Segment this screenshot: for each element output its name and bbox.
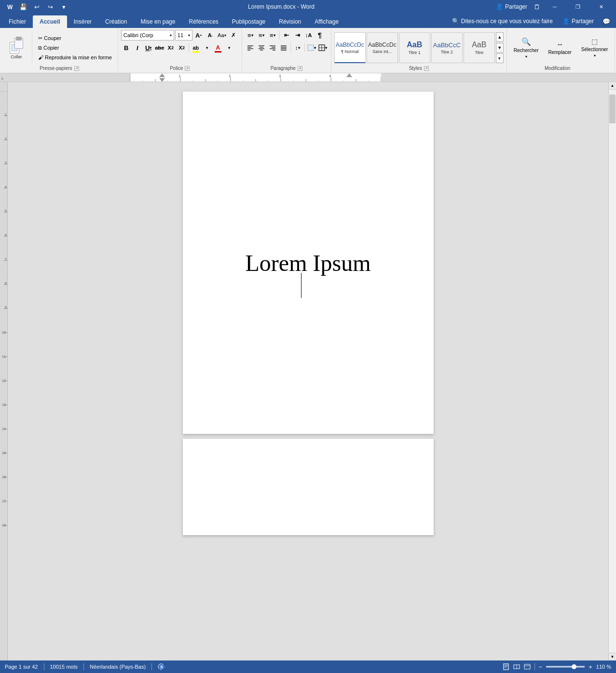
read-mode-btn[interactable] xyxy=(513,663,520,670)
zoom-in-btn[interactable]: + xyxy=(589,663,592,671)
share-button[interactable]: 👤 Partager xyxy=(493,2,530,11)
style-titre[interactable]: AaB Titre xyxy=(464,32,495,63)
word-icon[interactable]: W xyxy=(4,0,15,13)
cut-button[interactable]: ✂ Couper xyxy=(35,34,115,42)
tab-publipostage[interactable]: Publipostage xyxy=(225,15,272,28)
page-2-content[interactable] xyxy=(183,439,434,535)
share-icon: 👤 xyxy=(496,3,503,10)
paragraph-expand[interactable]: ↗ xyxy=(298,66,302,71)
justify-btn[interactable] xyxy=(278,42,289,53)
selectionner-button[interactable]: ⬚ Sélectionner ▾ xyxy=(577,33,612,62)
tab-mise-en-page[interactable]: Mise en page xyxy=(134,15,182,28)
style-sans-interligne[interactable]: AaBbCcDc Sans int... xyxy=(367,32,398,63)
multilevel-list-btn[interactable]: ≡▾ xyxy=(267,30,278,40)
remplacer-button[interactable]: ↔ Remplacer xyxy=(545,33,575,62)
paste-button[interactable]: Coller xyxy=(4,35,29,63)
font-name-selector[interactable]: Calibri (Corp ▾ xyxy=(121,30,174,40)
clipboard-expand[interactable]: ↗ xyxy=(74,66,79,71)
tab-fichier[interactable]: Fichier xyxy=(2,15,33,28)
modification-group: 🔍 Rechercher ▾ ↔ Remplacer ⬚ Sélectionne… xyxy=(508,29,616,73)
minimize-button[interactable]: ─ xyxy=(544,0,566,13)
zoom-level-value: 110 % xyxy=(596,664,611,670)
scrollbar-track[interactable] xyxy=(609,90,616,653)
highlight-arrow-btn[interactable]: ▾ xyxy=(202,42,212,53)
font-expand[interactable]: ↗ xyxy=(185,66,190,71)
decrease-font-btn[interactable]: A- xyxy=(205,30,216,40)
zoom-level[interactable]: 110 % xyxy=(596,664,611,670)
subscript-btn[interactable]: X2 xyxy=(165,42,176,53)
page-1-content[interactable]: Lorem Ipsum xyxy=(183,92,434,434)
borders-btn[interactable]: ▾ xyxy=(317,42,328,53)
tab-creation[interactable]: Création xyxy=(98,15,134,28)
vertical-scrollbar[interactable]: ▲ ▼ xyxy=(608,82,616,660)
share-label: Partager xyxy=(505,3,527,10)
styles-more-btn[interactable]: ▾ xyxy=(496,54,504,63)
scrollbar-down-btn[interactable]: ▼ xyxy=(609,653,616,660)
decrease-indent-btn[interactable]: ⇤ xyxy=(281,30,292,40)
style-normal[interactable]: AaBbCcDc ¶ Normal xyxy=(334,32,366,63)
svg-text:11: 11 xyxy=(2,355,6,358)
document-area[interactable]: Lorem Ipsum xyxy=(8,82,608,660)
underline-btn[interactable]: U▾ xyxy=(143,42,154,53)
format-painter-button[interactable]: 🖌 Reproduire la mise en forme xyxy=(35,53,115,62)
rechercher-button[interactable]: 🔍 Rechercher ▾ xyxy=(510,33,543,62)
italic-btn[interactable]: I xyxy=(132,42,143,53)
sort-btn[interactable]: ↕A xyxy=(303,30,314,40)
styles-scroll-up[interactable]: ▲ xyxy=(496,32,504,42)
styles-expand[interactable]: ↗ xyxy=(424,66,429,71)
web-layout-btn[interactable] xyxy=(524,663,531,670)
styles-scroll-down[interactable]: ▼ xyxy=(496,43,504,53)
help-search-btn[interactable]: 🔍 Dites-nous ce que vous voulez faire xyxy=(449,17,556,26)
line-spacing-btn[interactable]: ↕▾ xyxy=(292,42,303,53)
tab-affichage[interactable]: Affichage xyxy=(308,15,345,28)
copy-button[interactable]: ⧉ Copier xyxy=(35,43,115,52)
align-left-btn[interactable] xyxy=(245,42,256,53)
tab-accueil[interactable]: Accueil xyxy=(33,15,67,28)
undo-quick-btn[interactable]: ↩ xyxy=(31,0,42,13)
tab-inserer[interactable]: Insérer xyxy=(67,15,98,28)
change-case-btn[interactable]: Aa▾ xyxy=(217,30,227,40)
bold-btn[interactable]: B xyxy=(121,42,132,53)
styles-content: AaBbCcDc ¶ Normal AaBbCcDc Sans int... A… xyxy=(334,30,504,66)
highlight-btn[interactable]: ab xyxy=(191,42,201,53)
comment-btn[interactable]: 💬 xyxy=(601,14,612,28)
page-count[interactable]: Page 1 sur 42 xyxy=(5,664,38,670)
share-btn-ribbon[interactable]: 👤 Partager xyxy=(560,17,597,26)
save-quick-btn[interactable]: 💾 xyxy=(17,0,29,13)
font-size-selector[interactable]: 11 ▾ xyxy=(175,30,192,40)
tab-revision[interactable]: Révision xyxy=(272,15,308,28)
zoom-slider[interactable] xyxy=(546,666,585,668)
increase-indent-btn[interactable]: ⇥ xyxy=(292,30,303,40)
number-list-btn[interactable]: ≡▾ xyxy=(256,30,267,40)
zoom-out-btn[interactable]: − xyxy=(539,663,543,671)
word-count[interactable]: 10015 mots xyxy=(50,664,78,670)
scrollbar-thumb[interactable] xyxy=(609,94,616,123)
print-layout-btn[interactable] xyxy=(503,663,509,670)
font-color-btn[interactable]: A xyxy=(213,42,223,53)
scrollbar-up-btn[interactable]: ▲ xyxy=(609,82,616,90)
restore-button[interactable]: ❐ xyxy=(567,0,589,13)
close-button[interactable]: ✕ xyxy=(590,0,612,13)
svg-text:14: 14 xyxy=(2,427,6,431)
redo-quick-btn[interactable]: ↪ xyxy=(44,0,56,13)
more-quick-btn[interactable]: ▾ xyxy=(58,0,69,13)
style-titre1[interactable]: AaB Titre 1 xyxy=(399,32,430,63)
align-center-btn[interactable] xyxy=(256,42,267,53)
zoom-thumb[interactable] xyxy=(572,664,576,669)
language-status[interactable]: Néerlandais (Pays-Bas) xyxy=(90,664,146,670)
accessibility-btn[interactable]: ♿ xyxy=(158,663,164,670)
note-button[interactable]: 🗒 xyxy=(531,0,543,13)
shading-btn[interactable]: ▾ xyxy=(306,42,317,53)
clear-format-btn[interactable]: ✗ xyxy=(228,30,239,40)
ruler-corner[interactable]: L xyxy=(0,73,7,81)
increase-font-btn[interactable]: A+ xyxy=(193,30,204,40)
font-color-arrow-btn[interactable]: ▾ xyxy=(224,42,234,53)
align-right-btn[interactable] xyxy=(267,42,278,53)
style-titre2[interactable]: AaBbCcC Titre 2 xyxy=(431,32,463,63)
show-marks-btn[interactable]: ¶ xyxy=(315,30,325,40)
bullet-list-btn[interactable]: ≡▾ xyxy=(245,30,256,40)
tab-references[interactable]: Références xyxy=(182,15,225,28)
font-label: Police ↗ xyxy=(121,66,239,72)
strikethrough-btn[interactable]: abc xyxy=(154,42,165,53)
superscript-btn[interactable]: X2 xyxy=(177,42,187,53)
